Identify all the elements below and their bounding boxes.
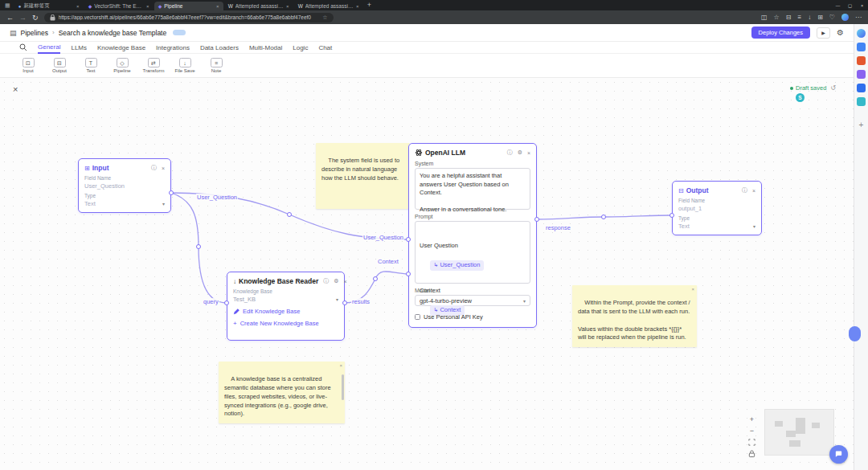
sidebar-icon-4[interactable] [857,84,866,92]
more-menu-icon[interactable]: ⋯ [855,14,862,21]
port-llm-context-input[interactable] [406,272,411,276]
new-tab-button[interactable]: + [367,1,371,9]
note-knowledge-base[interactable]: A knowledge base is a centralized semant… [219,362,345,423]
forward-icon[interactable]: → [19,14,27,22]
deploy-changes-button[interactable]: Deploy Changes [751,27,810,39]
tab-close-icon[interactable]: × [286,4,289,9]
tab-general[interactable]: General [38,42,60,54]
workspace-icon[interactable]: ▦ [5,2,10,9]
browser-tab-active[interactable]: ◆ Pipeline × [154,2,223,10]
port-edge-junction[interactable] [287,212,292,217]
port-llm-user-question-input[interactable] [406,237,411,242]
info-icon[interactable]: ⓘ [323,277,329,285]
personal-api-key-checkbox[interactable] [415,314,420,320]
port-edge-junction[interactable] [601,215,606,219]
collections-icon[interactable]: ⊟ [786,14,792,21]
zoom-in-button[interactable]: + [750,416,754,423]
port-edge-junction[interactable] [373,276,378,281]
knowledge-base-select[interactable]: Test_KB ▾ [233,296,338,303]
type-select[interactable]: Text ▾ [678,223,755,230]
info-icon[interactable]: ⓘ [507,149,513,157]
port-kb-query-input[interactable] [224,300,229,305]
tab-integrations[interactable]: Integrations [156,43,190,53]
system-textarea[interactable]: You are a helpful assistant that answers… [415,168,530,210]
search-icon[interactable] [19,43,27,51]
browser-tab[interactable]: W Attempted assassination of Don... × [294,2,363,10]
copilot-sidebar-icon[interactable] [857,29,866,38]
output-node[interactable]: ⊟ Output ⓘ × Field Name output_1 Type Te… [672,181,762,235]
port-llm-response-output[interactable] [534,217,539,222]
palette-item-file-save[interactable]: ↓ File Save [173,58,197,73]
sidebar-icon-1[interactable] [857,43,866,51]
essentials-icon[interactable]: ♡ [829,14,835,21]
run-pipeline-button[interactable]: ▶ [817,27,830,39]
note-close-icon[interactable]: × [339,362,342,370]
type-select[interactable]: Text ▾ [84,200,165,207]
bookmark-star-icon[interactable]: ☆ [322,14,327,21]
openai-llm-node[interactable]: OpenAI LLM ⓘ ⚙ × System You are a helpfu… [408,143,537,328]
note-close-icon[interactable]: × [691,286,694,293]
info-icon[interactable]: ⓘ [151,164,157,172]
port-kb-results-output[interactable] [342,300,347,305]
copilot-icon[interactable] [841,14,849,21]
reload-icon[interactable]: ↻ [32,14,39,22]
close-icon[interactable]: × [527,150,530,156]
port-edge-junction[interactable] [196,244,201,249]
fit-view-icon[interactable] [748,439,755,446]
note-prompt-context[interactable]: Within the Prompt, provide the context /… [572,285,697,347]
settings-gear-icon[interactable]: ⚙ [837,28,844,37]
tab-llms[interactable]: LLMs [71,43,87,53]
close-icon[interactable]: × [752,188,755,194]
tab-data-loaders[interactable]: Data Loaders [200,43,239,53]
tab-knowledge-base[interactable]: Knowledge Base [97,43,145,53]
port-output-input[interactable] [669,213,674,218]
palette-item-output[interactable]: ⊟ Output [47,58,72,73]
app-menu-icon[interactable]: ▤ [10,29,17,37]
port-input-output[interactable] [169,190,174,195]
palette-item-pipeline[interactable]: ◇ Pipeline [110,58,134,73]
close-template-icon[interactable]: × [13,84,18,94]
breadcrumb-pipelines[interactable]: Pipelines [21,29,49,37]
close-icon[interactable]: × [162,166,165,171]
note-scrollbar[interactable] [342,374,344,400]
lock-canvas-icon[interactable] [748,450,755,458]
gear-icon[interactable]: ⚙ [334,278,338,284]
tab-close-icon[interactable]: × [76,4,80,9]
close-icon[interactable]: × [343,279,346,284]
palette-item-note[interactable]: ≡ Note [204,58,228,73]
gear-icon[interactable]: ⚙ [518,149,522,156]
split-screen-icon[interactable]: ◫ [761,14,768,21]
palette-item-text[interactable]: T Text [79,58,103,73]
field-name-input[interactable]: User_Question [84,182,165,190]
favorites-icon[interactable]: ☆ [774,14,780,21]
tab-chat[interactable]: Chat [318,43,332,53]
palette-item-transform[interactable]: ⇄ Transform [141,58,166,73]
browser-tab[interactable]: ● 新建标签页 × [14,2,84,10]
history-icon[interactable]: ↺ [830,84,836,92]
sidebar-icon-3[interactable] [857,70,866,79]
knowledge-base-reader-node[interactable]: ↓ Knowledge Base Reader ⓘ ⚙ × Knowledge … [227,272,345,341]
minimap[interactable] [764,409,834,456]
browser-tab[interactable]: W Attempted assassination of Don... × [224,2,293,10]
palette-item-input[interactable]: ⊡ Input [16,58,40,73]
create-knowledge-base-link[interactable]: + Create New Knowledge Base [233,320,338,327]
edit-knowledge-base-link[interactable]: Edit Knowledge Base [233,308,338,315]
downloads-icon[interactable]: ↓ [808,14,811,21]
field-name-input[interactable]: output_1 [678,205,755,212]
close-window-button[interactable]: × [856,0,868,10]
address-bar[interactable]: https://app.vectorshift.ai/pipelines/66a… [44,13,334,22]
maximize-button[interactable]: ▢ [844,0,856,10]
copilot-handle[interactable] [849,326,861,341]
tab-close-icon[interactable]: × [146,4,149,9]
model-select[interactable]: gpt-4-turbo-preview ▾ [415,295,530,306]
note-system-field[interactable]: The system field is used to describe in … [316,143,410,209]
user-question-variable-chip[interactable]: ↳ User_Question [430,260,485,271]
tab-logic[interactable]: Logic [293,43,308,53]
sidebar-icon-2[interactable] [857,56,866,65]
prompt-textarea[interactable]: User Question ↳ User_Question Context ↳ … [415,221,530,284]
info-icon[interactable]: ⓘ [742,186,747,194]
add-sidebar-app-icon[interactable]: + [859,121,864,129]
tab-multi-modal[interactable]: Multi-Modal [249,43,282,53]
sidebar-icon-5[interactable] [857,97,866,106]
tab-close-icon[interactable]: × [216,4,219,9]
